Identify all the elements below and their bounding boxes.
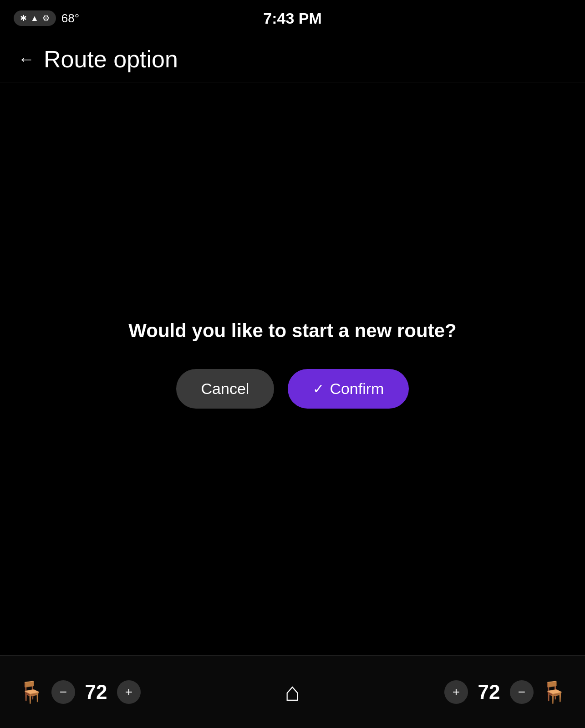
right-seat-icon: 🪑 xyxy=(541,680,567,704)
left-count-display: 72 xyxy=(82,681,110,703)
bottom-center-controls: ⌂ xyxy=(285,677,300,707)
time-display: 7:43 PM xyxy=(263,10,322,27)
left-seat-icon: 🪑 xyxy=(18,680,44,704)
status-bar: ✱ ▲ ⚙ 68° 7:43 PM xyxy=(0,0,585,36)
right-count-display: 72 xyxy=(475,681,503,703)
temperature-display: 68° xyxy=(61,11,79,25)
bottom-left-controls: 🪑 − 72 + xyxy=(18,680,141,704)
right-plus-button[interactable]: + xyxy=(444,680,468,704)
back-button[interactable]: ← xyxy=(18,50,35,69)
confirm-button[interactable]: ✓ Confirm xyxy=(288,369,409,409)
bluetooth-icon: ✱ xyxy=(20,13,27,23)
dialog-question: Would you like to start a new route? xyxy=(101,320,483,342)
cancel-button[interactable]: Cancel xyxy=(176,369,275,409)
home-icon[interactable]: ⌂ xyxy=(285,677,300,707)
status-left: ✱ ▲ ⚙ 68° xyxy=(14,10,79,26)
bottom-right-controls: + 72 − 🪑 xyxy=(444,680,567,704)
confirm-label: Confirm xyxy=(330,380,384,398)
left-plus-button[interactable]: + xyxy=(117,680,141,704)
settings-icon: ⚙ xyxy=(42,13,50,23)
page-title: Route option xyxy=(44,46,178,73)
dialog-buttons: Cancel ✓ Confirm xyxy=(176,369,409,409)
left-minus-button[interactable]: − xyxy=(51,680,75,704)
signal-icon: ▲ xyxy=(31,14,39,23)
checkmark-icon: ✓ xyxy=(313,381,324,397)
bottom-bar: 🪑 − 72 + ⌂ + 72 − 🪑 xyxy=(0,655,585,728)
status-icons: ✱ ▲ ⚙ xyxy=(14,10,56,26)
main-content: Would you like to start a new route? Can… xyxy=(0,73,585,655)
right-minus-button[interactable]: − xyxy=(510,680,534,704)
